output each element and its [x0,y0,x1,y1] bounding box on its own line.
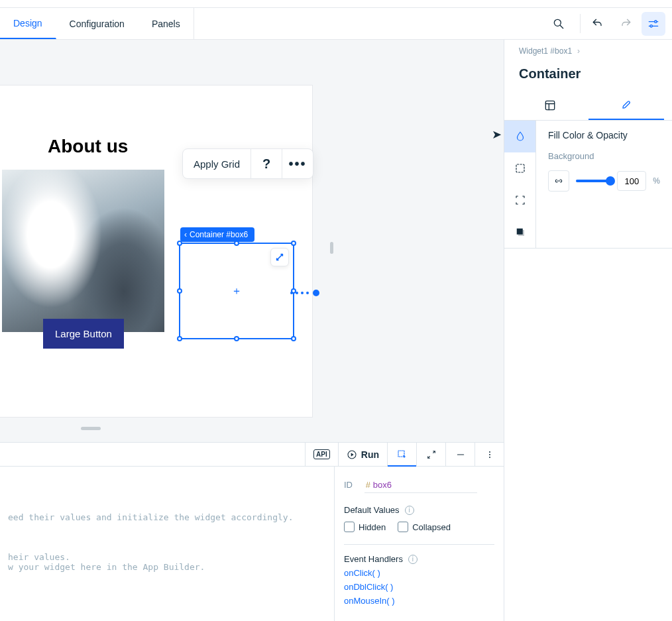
svg-point-9 [489,451,490,453]
id-value: box6 [373,480,392,490]
border-icon [514,162,526,174]
snap-guide [290,290,319,296]
undo-icon [591,17,604,30]
play-icon [347,449,357,460]
inspect-icon [396,449,408,461]
hidden-label: Hidden [359,522,386,532]
minimize-icon [455,449,466,460]
inspector-title: Container [504,62,672,92]
undo-button[interactable] [586,12,610,36]
selection-label-text: Container #box6 [190,230,248,239]
floating-toolbar: Apply Grid ? ••• [182,148,313,179]
tab-layout[interactable] [512,92,588,120]
opacity-input[interactable] [617,171,646,191]
svg-point-1 [655,21,657,23]
pane-title: Fill Color & Opacity [548,130,660,141]
brush-icon [620,99,633,112]
fill-pane: Fill Color & Opacity Background % [536,121,672,248]
bottom-panel: API Run eed their values and initialize … [0,442,504,621]
resize-handle[interactable] [234,241,239,246]
shadow-icon [514,226,526,238]
code-editor[interactable]: eed their values and initialize the widg… [0,467,334,621]
link-icon [553,176,564,186]
svg-rect-4 [516,164,524,172]
background-label: Background [548,151,660,161]
selected-container[interactable]: ＋ [179,243,294,339]
run-button[interactable]: Run [338,443,387,467]
rail-border[interactable] [504,152,535,184]
inspector-panel: Widget1 #box1 › Container Fill Colo [504,40,672,621]
run-label: Run [361,449,379,460]
help-icon: ? [262,156,270,172]
rail-shadow[interactable] [504,216,535,248]
opacity-unit: % [653,176,660,186]
expand-button[interactable] [270,248,289,266]
handler-ondblclick[interactable]: onDblClick( ) [344,582,494,592]
canvas[interactable]: About us Large Button ‹ Container #box6 … [0,40,504,443]
more-icon: ••• [289,156,307,172]
page-heading: About us [48,136,128,157]
bottom-toolbar: API Run [0,443,504,467]
tab-design[interactable]: Design [0,8,56,39]
help-button[interactable]: ? [251,149,282,178]
scroll-marker [330,242,333,254]
id-input[interactable]: # box6 [364,477,477,493]
main-tabs: Design Configuration Panels [0,8,672,40]
selection-label[interactable]: ‹ Container #box6 [180,227,254,242]
sliders-icon [647,17,660,30]
artboard[interactable]: About us Large Button ‹ Container #box6 … [0,85,313,418]
settings-toggle-button[interactable] [642,12,665,36]
info-icon[interactable]: i [405,506,414,515]
resize-handle[interactable] [177,336,182,341]
rail-corners[interactable] [504,184,535,216]
droplet-icon [514,131,526,142]
chevron-right-icon: › [577,46,580,56]
expand-panel-button[interactable] [416,443,445,467]
breadcrumb[interactable]: Widget1 #box1 › [504,40,672,62]
info-icon[interactable]: i [408,555,418,564]
tab-config-label: Configuration [70,19,125,29]
cursor-icon: ➤ [492,127,502,142]
hero-image[interactable]: Large Button [2,170,164,332]
tab-style[interactable] [588,92,665,120]
svg-point-10 [489,454,490,455]
breadcrumb-text: Widget1 #box1 [519,46,572,56]
corners-icon [514,194,526,206]
add-element-button[interactable]: ＋ [231,284,242,298]
resize-handle[interactable] [291,336,296,341]
inspect-mode-button[interactable] [387,443,416,467]
panel-more-button[interactable] [475,443,504,467]
layout-icon [543,99,557,112]
resize-handle[interactable] [291,241,296,246]
apply-grid-button[interactable]: Apply Grid [183,149,251,178]
rail-fill[interactable] [504,121,535,152]
collapsed-checkbox[interactable]: Collapsed [398,522,451,532]
minimize-panel-button[interactable] [445,443,475,467]
inspector-tabs [504,92,672,121]
handler-onclick[interactable]: onClick( ) [344,568,494,578]
apply-grid-label: Apply Grid [194,158,240,170]
more-vertical-icon [484,449,495,460]
search-button[interactable] [547,12,571,36]
handler-onmousein[interactable]: onMouseIn( ) [344,596,494,606]
more-button[interactable]: ••• [282,149,313,178]
opacity-slider[interactable] [576,180,610,182]
link-color-button[interactable] [548,170,569,192]
collapsed-label: Collapsed [412,522,451,532]
svg-point-11 [489,457,490,458]
tab-configuration[interactable]: Configuration [56,8,139,39]
svg-rect-6 [518,230,524,236]
redo-button[interactable] [614,12,638,36]
expand-icon [426,449,437,460]
large-button-label: Large Button [55,328,112,339]
tab-panels[interactable]: Panels [139,8,194,39]
resize-handle[interactable] [234,336,239,341]
panel-drag-handle[interactable] [81,427,101,430]
hidden-checkbox[interactable]: Hidden [344,522,386,532]
api-button[interactable]: API [305,443,338,467]
chevron-left-icon: ‹ [184,230,187,239]
event-handlers-heading: Event Handlers i [344,554,494,564]
large-button[interactable]: Large Button [43,319,124,349]
resize-handle[interactable] [177,288,182,294]
resize-handle[interactable] [177,241,182,246]
